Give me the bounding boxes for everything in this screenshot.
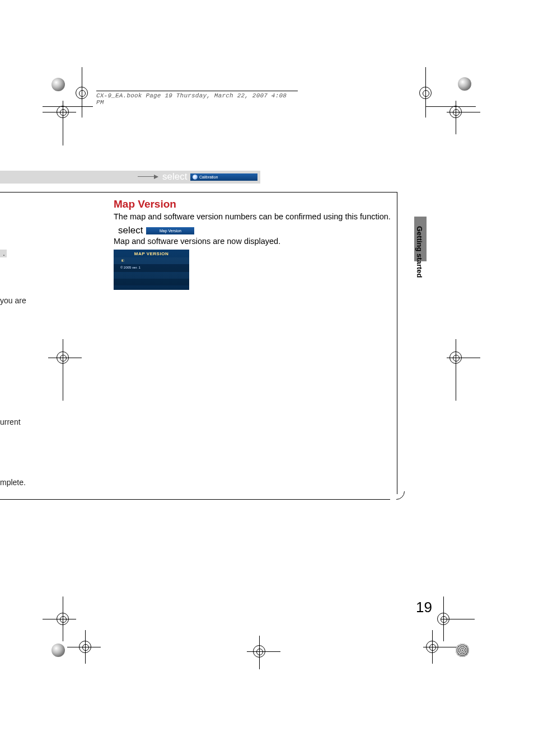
intro-text: The map and software version numbers can… <box>114 212 427 222</box>
running-head: CX-9_EA.book Page 19 Thursday, March 22,… <box>96 91 298 106</box>
content-block: Map Version The map and software version… <box>114 198 427 290</box>
crop-mark-top-left-inner <box>43 101 76 145</box>
frame-corner <box>388 483 405 500</box>
select-label: select <box>162 171 187 182</box>
breadcrumb-band: select Calibration <box>0 171 260 184</box>
peek-fragment: urrent <box>0 417 21 426</box>
side-section-label: Getting started <box>415 226 424 278</box>
frame-line <box>0 499 390 500</box>
chip-text: Calibration <box>199 175 218 179</box>
peek-fragment: you are <box>0 296 26 305</box>
select-label: select <box>114 225 143 236</box>
crop-mark-mid-right <box>447 339 480 401</box>
page-number: 19 <box>416 599 432 616</box>
crop-mark-bottom-center <box>247 636 280 669</box>
screen-map-version: MAP VERSION ◧ © 2005 ver. 1 <box>114 250 189 290</box>
peek-fragment: mplete. <box>0 478 26 487</box>
section-heading: Map Version <box>114 198 427 210</box>
arrow-right-icon <box>138 176 158 177</box>
menu-chip-calibration: Calibration <box>190 173 257 181</box>
home-circle-icon <box>193 175 198 180</box>
crop-mark-mid-left <box>48 339 82 401</box>
screen-title: MAP VERSION <box>114 251 189 256</box>
sphere-icon <box>456 644 469 657</box>
select-row: select Map Version <box>114 225 427 236</box>
sphere-icon <box>458 77 471 91</box>
menu-chip-map-version: Map Version <box>146 227 194 234</box>
crop-mark-bottom-right-lower <box>423 630 457 664</box>
frame-line <box>0 192 397 192</box>
crop-mark-bottom-left-lower <box>67 630 101 664</box>
body-text: Map and software versions are now displa… <box>114 236 427 246</box>
sphere-icon <box>51 644 65 657</box>
peek-fragment <box>0 250 7 257</box>
crop-mark-top-right-inner <box>447 101 480 134</box>
sphere-icon <box>51 78 65 91</box>
screen-info-line: © 2005 ver. 1 <box>120 266 140 269</box>
dvd-icon: ◧ <box>121 259 124 262</box>
